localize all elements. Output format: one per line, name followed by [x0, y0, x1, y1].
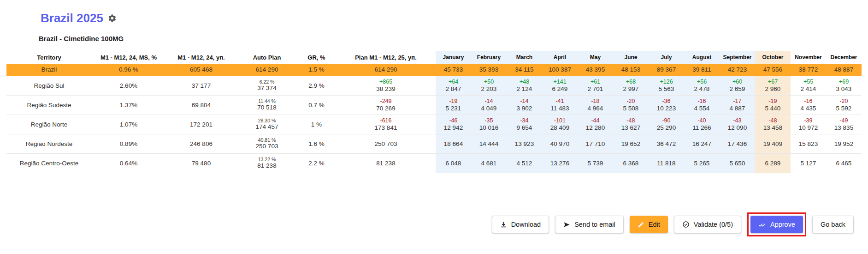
- cell-month-value: 13 923: [507, 134, 542, 154]
- cell-month-value: 13 276: [542, 154, 578, 173]
- cell-month-value: -143 902: [507, 96, 542, 115]
- table-row[interactable]: Região Nordeste0.89%246 80640.81 %250 70…: [6, 134, 862, 154]
- cell-month-value: 47 556: [755, 64, 791, 76]
- cell-market-share: 1.37%: [92, 96, 165, 115]
- cell-month-value: +682 997: [613, 76, 649, 96]
- cell-plan-total: -616173 841: [336, 115, 436, 134]
- month-column-header: June: [613, 51, 649, 64]
- pencil-icon: [638, 221, 644, 228]
- send-to-email-button[interactable]: Send to email: [555, 216, 624, 233]
- cell-month-value: 89 367: [649, 64, 684, 76]
- cell-month-value: 6 048: [436, 154, 471, 173]
- month-column-header: October: [755, 51, 791, 64]
- action-toolbar: Download Send to email Edit Validate (0/…: [492, 212, 854, 236]
- cell-month-value: 14 444: [471, 134, 507, 154]
- cell-month-value: +502 203: [471, 76, 507, 96]
- month-column-header: February: [471, 51, 507, 64]
- cell-month-value: -195 440: [755, 96, 791, 115]
- column-header: M1 - M12, 24, уп.: [165, 51, 237, 64]
- cell-auto-plan: 6.22 %37 374: [237, 76, 297, 96]
- cell-month-value: +562 478: [684, 76, 720, 96]
- check-circle-icon: [682, 221, 690, 228]
- cell-auto-plan: 11.44 %70 518: [237, 96, 297, 115]
- cell-month-value: 5 265: [684, 154, 720, 173]
- cell-month-value: 48 887: [826, 64, 862, 76]
- cell-auto-plan: 28.30 %174 457: [237, 115, 297, 134]
- cell-month-value: +1265 563: [649, 76, 684, 96]
- cell-month-value: 6 368: [613, 154, 649, 173]
- cell-territory: Região Sul: [6, 76, 92, 96]
- cell-growth-rate: 0.7 %: [297, 96, 336, 115]
- cell-auto-plan: 13.22 %81 238: [237, 154, 297, 173]
- cell-month-value: -144 049: [471, 96, 507, 115]
- cell-month-value: -4612 942: [436, 115, 471, 134]
- cell-month-value: 38 772: [791, 64, 826, 76]
- cell-units: 246 806: [165, 134, 237, 154]
- cell-growth-rate: 2.2 %: [297, 154, 336, 173]
- cell-month-value: -4813 458: [755, 115, 791, 134]
- table-row[interactable]: Região Sudeste1.37%69 80411.44 %70 5180.…: [6, 96, 862, 115]
- cell-month-value: -4412 280: [578, 115, 613, 134]
- approve-annotation-box: Approve: [747, 212, 806, 236]
- table-row[interactable]: Região Sul2.60%37 1776.22 %37 3742.9 %+8…: [6, 76, 862, 96]
- cell-month-value: 17 710: [578, 134, 613, 154]
- column-header: Territory: [6, 51, 92, 64]
- cell-month-value: -174 887: [720, 96, 755, 115]
- cell-units: 605 468: [165, 64, 237, 76]
- cell-market-share: 0.96 %: [92, 64, 165, 76]
- cell-month-value: 19 409: [755, 134, 791, 154]
- cell-auto-plan: 40.81 %250 703: [237, 134, 297, 154]
- download-button[interactable]: Download: [492, 216, 549, 233]
- double-check-icon: [758, 221, 766, 229]
- table-row[interactable]: Brazil0.96 %605 468614 2901.5 %614 29045…: [6, 64, 862, 76]
- settings-gear-icon[interactable]: [108, 14, 117, 23]
- month-column-header: July: [649, 51, 684, 64]
- cell-month-value: 17 436: [720, 134, 755, 154]
- column-header: GR, %: [297, 51, 336, 64]
- edit-button[interactable]: Edit: [630, 216, 668, 233]
- cell-plan-total: 81 238: [336, 154, 436, 173]
- cell-month-value: -349 654: [507, 115, 542, 134]
- plan-table: TerritoryM1 - M12, 24, MS, %M1 - M12, 24…: [6, 51, 862, 173]
- cell-month-value: 48 153: [613, 64, 649, 76]
- cell-month-value: +612 701: [578, 76, 613, 96]
- month-column-header: September: [720, 51, 755, 64]
- cell-month-value: 11 818: [649, 154, 684, 173]
- cell-month-value: -205 592: [826, 96, 862, 115]
- cell-month-value: -205 508: [613, 96, 649, 115]
- cell-growth-rate: 1 %: [297, 115, 336, 134]
- column-header: Plan M1 - M12, 25, уп.: [336, 51, 436, 64]
- cell-territory: Região Centro-Oeste: [6, 154, 92, 173]
- validate-label: Validate (0/5): [694, 221, 733, 228]
- approve-button[interactable]: Approve: [750, 216, 803, 233]
- cell-month-value: +482 124: [507, 76, 542, 96]
- cell-month-value: -4111 483: [542, 96, 578, 115]
- cell-growth-rate: 1.6 %: [297, 134, 336, 154]
- cell-month-value: -3510 016: [471, 115, 507, 134]
- cell-month-value: +1416 249: [542, 76, 578, 96]
- cell-plan-total: +86538 239: [336, 76, 436, 96]
- send-icon: [563, 221, 570, 228]
- go-back-button[interactable]: Go back: [812, 216, 854, 233]
- cell-market-share: 0.64%: [92, 154, 165, 173]
- cell-territory: Região Norte: [6, 115, 92, 134]
- cell-month-value: 36 472: [649, 134, 684, 154]
- cell-month-value: -184 964: [578, 96, 613, 115]
- cell-month-value: +693 043: [826, 76, 862, 96]
- cell-month-value: 19 652: [613, 134, 649, 154]
- table-row[interactable]: Região Centro-Oeste0.64%79 48013.22 %81 …: [6, 154, 862, 173]
- cell-month-value: 40 970: [542, 134, 578, 154]
- cell-month-value: 100 387: [542, 64, 578, 76]
- cell-month-value: 6 289: [755, 154, 791, 173]
- cell-month-value: -164 554: [684, 96, 720, 115]
- cell-units: 79 480: [165, 154, 237, 173]
- cell-month-value: -10128 409: [542, 115, 578, 134]
- cell-month-value: 16 247: [684, 134, 720, 154]
- cell-market-share: 1.07%: [92, 115, 165, 134]
- table-body: Brazil0.96 %605 468614 2901.5 %614 29045…: [6, 64, 862, 173]
- cell-month-value: -4312 090: [720, 115, 755, 134]
- cell-month-value: 5 739: [578, 154, 613, 173]
- table-row[interactable]: Região Norte1.07%172 20128.30 %174 4571 …: [6, 115, 862, 134]
- validate-button[interactable]: Validate (0/5): [674, 216, 741, 233]
- cell-month-value: 5 650: [720, 154, 755, 173]
